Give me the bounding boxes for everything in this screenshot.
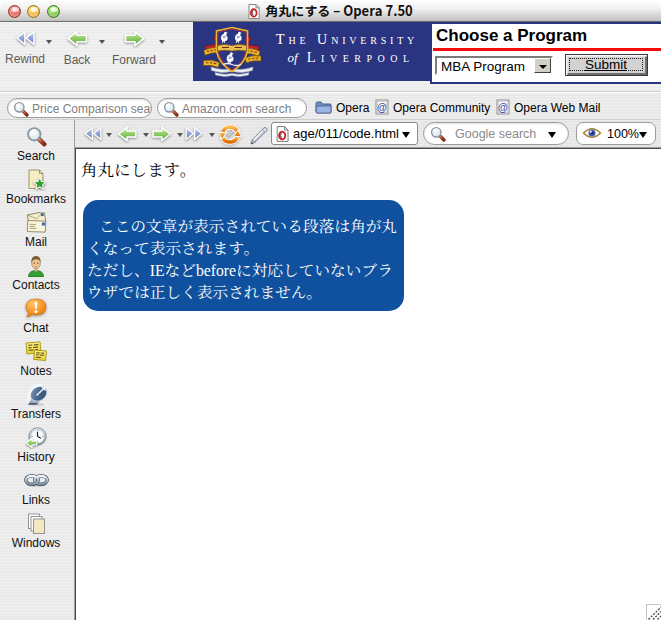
rewind-small-button[interactable] bbox=[83, 126, 103, 145]
sidebar-item-chat[interactable]: Chat bbox=[0, 297, 72, 337]
svg-text:@: @ bbox=[377, 101, 387, 112]
links-icon bbox=[0, 469, 72, 492]
forward-small-dropdown-icon[interactable] bbox=[177, 133, 183, 137]
zoom-control[interactable]: 100% bbox=[576, 122, 656, 145]
sidebar-item-search[interactable]: Search bbox=[0, 125, 72, 165]
forward-icon bbox=[123, 33, 145, 50]
page-heading: 角丸にします。 bbox=[81, 157, 197, 181]
search-icon bbox=[13, 101, 29, 118]
windows-icon bbox=[0, 512, 72, 535]
notes-icon bbox=[0, 340, 72, 363]
rewind-icon bbox=[15, 32, 36, 49]
zoom-value: 100% bbox=[607, 127, 639, 141]
folder-icon bbox=[315, 100, 332, 117]
back-dropdown-icon[interactable] bbox=[99, 40, 105, 44]
resize-grip[interactable] bbox=[646, 604, 661, 620]
back-small-dropdown-icon[interactable] bbox=[143, 133, 149, 137]
bookmark-opera[interactable]: Opera bbox=[315, 98, 369, 118]
eye-icon bbox=[582, 126, 602, 144]
sidebar-item-history[interactable]: History bbox=[0, 426, 72, 466]
transfers-icon bbox=[0, 383, 72, 406]
bookmark-opera-web-mail[interactable]: @ Opera Web Mail bbox=[496, 98, 600, 118]
google-dropdown-icon[interactable] bbox=[548, 132, 556, 138]
back-icon bbox=[66, 33, 88, 50]
rewind-button[interactable]: Rewind bbox=[3, 30, 47, 66]
mail-icon bbox=[0, 211, 72, 234]
program-select[interactable]: MBA Program bbox=[435, 56, 553, 75]
address-field[interactable]: age/011/code.html bbox=[271, 122, 418, 145]
university-crest-icon bbox=[203, 25, 261, 81]
sidebar-item-windows[interactable]: Windows bbox=[0, 512, 72, 552]
opera-document-icon bbox=[248, 4, 260, 19]
search-icon bbox=[163, 101, 179, 118]
forward-dropdown-icon[interactable] bbox=[159, 40, 165, 44]
address-url: age/011/code.html bbox=[293, 126, 399, 141]
amazon-search-field[interactable]: Amazon.com search bbox=[157, 98, 307, 118]
sidebar-item-contacts[interactable]: Contacts bbox=[0, 254, 72, 294]
window-title: 角丸にする – Opera 7.50 bbox=[265, 0, 412, 22]
select-arrow-button[interactable] bbox=[534, 58, 551, 73]
university-banner-ad[interactable]: The University of Liverpool bbox=[193, 22, 430, 81]
sidebar-item-links[interactable]: Links bbox=[0, 469, 72, 509]
address-dropdown-icon[interactable] bbox=[402, 132, 410, 138]
search-icon bbox=[0, 125, 72, 148]
contacts-icon bbox=[0, 254, 72, 277]
title-bar[interactable]: 角丸にする – Opera 7.50 bbox=[0, 0, 661, 22]
back-small-button[interactable] bbox=[116, 126, 138, 146]
ad-heading: Choose a Program bbox=[436, 26, 587, 46]
sidebar-item-mail[interactable]: Mail bbox=[0, 211, 72, 251]
search-icon bbox=[430, 126, 446, 146]
bookmarks-icon bbox=[0, 168, 72, 191]
forward-button[interactable]: Forward bbox=[111, 30, 157, 67]
sidebar-item-notes[interactable]: Notes bbox=[0, 340, 72, 380]
forward-small-button[interactable] bbox=[150, 126, 172, 146]
at-page-icon: @ bbox=[496, 99, 510, 118]
rewind-dropdown-icon[interactable] bbox=[46, 40, 52, 44]
banner-line2: of Liverpool bbox=[287, 49, 414, 66]
sidebar-item-bookmarks[interactable]: Bookmarks bbox=[0, 168, 72, 208]
rewind-small-dropdown-icon[interactable] bbox=[106, 133, 112, 137]
back-button[interactable]: Back bbox=[55, 30, 99, 67]
address-bar: age/011/code.html Google search 100% bbox=[75, 120, 661, 148]
chat-icon bbox=[0, 297, 72, 320]
price-comparison-search-field[interactable]: Price Comparison search bbox=[7, 98, 152, 118]
fastforward-small-dropdown-icon[interactable] bbox=[209, 133, 215, 137]
personal-bar: Price Comparison search Amazon.com searc… bbox=[0, 92, 661, 120]
reload-button[interactable] bbox=[217, 123, 243, 150]
page-opera-icon bbox=[276, 126, 289, 142]
google-search-field[interactable]: Google search bbox=[423, 122, 569, 145]
submit-button[interactable]: Submit bbox=[565, 54, 648, 76]
opera-window: 角丸にする – Opera 7.50 Rewind Back Forward T… bbox=[0, 0, 661, 620]
zoom-dropdown-icon[interactable] bbox=[639, 132, 647, 138]
program-ad: Choose a Program MBA Program Submit bbox=[430, 22, 661, 84]
sidebar-item-transfers[interactable]: Transfers bbox=[0, 383, 72, 423]
rounded-paragraph: ここの文章が表示されている段落は角が丸くなって表示されます。ただし、IEなどbe… bbox=[83, 200, 404, 311]
history-icon bbox=[0, 426, 72, 449]
ad-red-rule bbox=[433, 48, 661, 51]
fastforward-small-button[interactable] bbox=[184, 126, 204, 145]
page-content: 角丸にします。 ここの文章が表示されている段落は角が丸くなって表示されます。ただ… bbox=[75, 148, 661, 620]
panel-selector: SearchBookmarksMailContactsChatNotesTran… bbox=[0, 120, 75, 620]
banner-line1: The University bbox=[276, 31, 418, 48]
bookmark-opera-community[interactable]: @ Opera Community bbox=[375, 98, 490, 118]
compose-pencil-button[interactable] bbox=[249, 126, 269, 150]
at-page-icon: @ bbox=[375, 99, 389, 118]
svg-text:@: @ bbox=[498, 101, 508, 112]
